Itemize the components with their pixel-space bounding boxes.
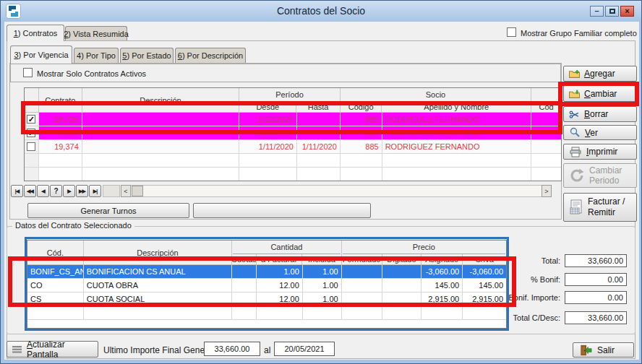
header-group-socio: Socio Código Apellido y Nombre [341, 88, 531, 112]
header-cod: Cód. [27, 240, 84, 264]
agregar-button[interactable]: Agregar [563, 66, 637, 82]
contract-row[interactable]: ✓ 8,606 28/09/2020 885 RODRIGUEZ FERNAND… [25, 126, 561, 140]
cell-cod: BONIF_CS_ANUA [27, 265, 84, 278]
scrollbar-thumb[interactable] [132, 186, 143, 196]
maximize-button[interactable] [605, 6, 619, 17]
header-digitado: Digitado [382, 254, 422, 264]
imprimir-button[interactable]: Imprimir [563, 144, 637, 160]
header-descripcion: Descripción [82, 88, 239, 112]
header-desde: Desde [239, 102, 296, 112]
header-a-facturar: a Facturar [257, 254, 302, 264]
row-checkbox[interactable]: ✓ [27, 115, 35, 124]
nav-help-button[interactable]: ? [50, 185, 62, 197]
header-group-cod: Cód [531, 88, 561, 112]
header-checkbox-column [25, 88, 39, 112]
cambiar-button[interactable]: Cambiar [563, 85, 637, 102]
cell-incluida: 1.00 [303, 279, 342, 292]
row-checkbox[interactable] [27, 142, 35, 151]
printer-icon [569, 147, 582, 157]
folder-down-icon [569, 90, 580, 98]
detail-group-title: Datos del Contrato Seleccionado [12, 221, 134, 230]
ultimo-importe-field[interactable]: 33,660.00 [204, 342, 260, 356]
blank-action-button[interactable] [193, 203, 371, 218]
cell-desc: BONIFICACION CS ANUAL [84, 265, 232, 278]
empty-detail-row [27, 306, 506, 320]
tab-por-descripcion[interactable]: 6) Por Descripción [175, 48, 246, 63]
salir-button[interactable]: Salir [573, 342, 634, 358]
detail-row[interactable]: BONIF_CS_ANUA BONIFICACION CS ANUAL 1.00… [27, 265, 506, 279]
nav-first-button[interactable]: |◀ [11, 185, 23, 197]
minimize-icon: – [594, 7, 599, 15]
generar-turnos-button[interactable]: Generar Turnos [27, 203, 189, 218]
refresh-icon [569, 168, 585, 183]
cell-a-facturar: 12.00 [257, 292, 303, 306]
detail-row[interactable]: CO CUOTA OBRA 12.00 1.00 145.00 145.00 [27, 279, 506, 292]
solo-activos-checkbox[interactable] [23, 68, 33, 77]
header-desc: Descripción [84, 240, 232, 264]
cell-descripcion [82, 126, 239, 139]
total-label: Total: [474, 256, 560, 265]
header-asignado: Asignado [421, 254, 463, 264]
ver-button[interactable]: Ver [563, 125, 637, 140]
bonif-importe-label: Bonif. Importe: [474, 293, 560, 302]
family-group-checkbox-label: Mostrar Grupo Familiar completo [521, 29, 637, 38]
bonif-importe-field[interactable]: 0.00 [565, 291, 627, 304]
cell-hasta: 1/11/2020 [297, 140, 341, 153]
magnifier-icon [569, 127, 581, 138]
nav-next-button[interactable]: ▶ [63, 185, 75, 197]
cell-digitado [382, 279, 422, 292]
cell-hasta [297, 113, 341, 126]
cambiar-periodo-button[interactable]: CambiarPeriodo [563, 163, 637, 188]
cell-cod: CO [27, 279, 84, 292]
contract-row[interactable]: 19,374 1/11/2020 1/11/2020 885 RODRIGUEZ… [25, 140, 561, 154]
total-cdesc-label: Total C/Desc: [474, 313, 560, 322]
actualizar-pantalla-button[interactable]: Actualizar Pantalla [7, 341, 98, 358]
bonif-percent-field[interactable]: 0.00 [565, 273, 627, 286]
cell-descripcion [82, 140, 239, 153]
family-group-checkbox[interactable] [507, 27, 516, 37]
facturar-remitir-button[interactable]: Facturar /Remitir [563, 193, 637, 222]
scroll-left-button[interactable]: < [121, 185, 131, 197]
row-checkbox[interactable]: ✓ [27, 129, 35, 137]
nav-fast-next-button[interactable]: ▶▶ [76, 185, 88, 197]
fecha-field[interactable]: 20/05/2021 [274, 342, 335, 356]
cell-codigo: 885 [341, 140, 382, 153]
total-field[interactable]: 33,660.00 [565, 254, 627, 267]
cell-formulado [342, 265, 382, 278]
borrar-button[interactable]: Borrar [563, 106, 637, 122]
close-button[interactable]: × [620, 6, 634, 17]
cell-digitado [382, 292, 422, 306]
header-hasta: Hasta [296, 102, 339, 112]
minimize-button[interactable]: – [590, 6, 604, 17]
cell-contrato: 19,374 [39, 140, 82, 153]
nav-fast-prev-button[interactable]: ◀◀ [24, 185, 36, 197]
cell-desde: 1/12/2020 [239, 113, 297, 126]
nav-prev-button[interactable]: ◀ [37, 185, 49, 197]
detail-grid: Cód. Descripción Cantidad Cuotas a Factu… [27, 240, 507, 329]
nav-last-button[interactable]: ▶| [89, 185, 101, 197]
detail-row[interactable]: CS CUOTA SOCIAL 12.00 1.00 2,915.00 2,91… [27, 292, 506, 306]
scissors-icon [569, 110, 580, 119]
cell-descripcion [82, 113, 239, 126]
cell-hasta [297, 126, 341, 139]
total-cdesc-field[interactable]: 33,660.00 [565, 311, 627, 324]
scroll-right-button[interactable]: > [542, 185, 552, 197]
cell-a-facturar: 12.00 [257, 279, 303, 292]
tab-por-tipo[interactable]: 4) Por Tipo [74, 48, 119, 63]
contract-row[interactable]: ✓ 28,725 1/12/2020 885 RODRIGUEZ FERNAND… [25, 113, 561, 126]
empty-row [25, 154, 561, 168]
tab-vista-resumida[interactable]: 2) Vista Resumida [65, 26, 127, 40]
cell-codigo: 885 [341, 126, 382, 139]
tab-por-estado[interactable]: 5) Por Estado [120, 48, 174, 63]
tab-por-vigencia[interactable]: 3) Por Vigencia [10, 46, 72, 64]
header-cod2: Cód [531, 102, 561, 112]
window-controls: – × [590, 6, 634, 17]
header-codigo: Código [341, 102, 382, 112]
horizontal-scrollbar[interactable] [121, 185, 552, 197]
header-contrato: Contrato [39, 88, 82, 112]
header-cuotas: Cuotas [232, 254, 257, 264]
tab-contratos[interactable]: 1) Contratos [7, 25, 64, 41]
cell-incluida: 1.00 [303, 265, 342, 278]
app-window: Contratos del Socio – × 1) Contratos 2) … [0, 0, 642, 364]
empty-row [25, 168, 561, 181]
